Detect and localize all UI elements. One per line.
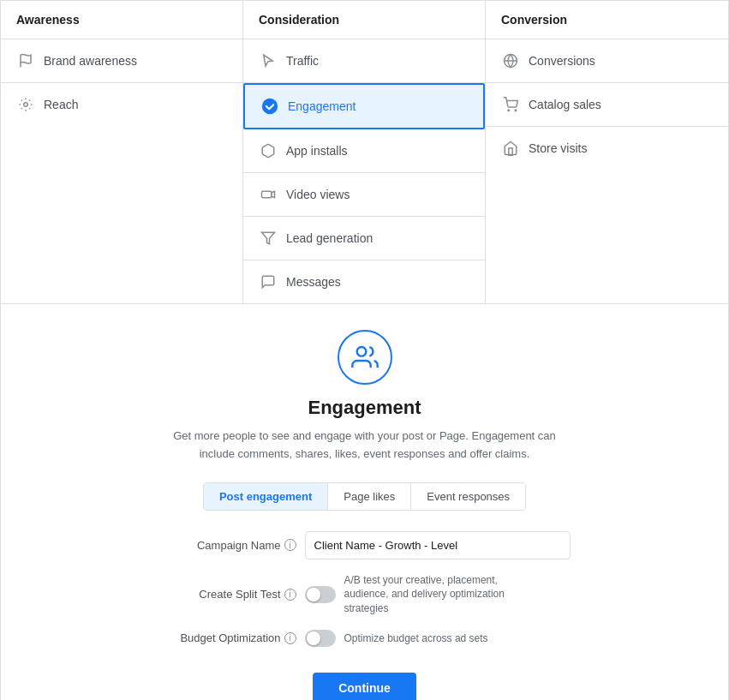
traffic-label: Traffic	[286, 54, 319, 68]
reach-icon	[16, 95, 35, 114]
traffic-item[interactable]: Traffic	[243, 39, 485, 83]
sub-tabs: Post engagement Page likes Event respons…	[203, 482, 526, 511]
reach-label: Reach	[44, 98, 78, 111]
svg-point-18	[356, 347, 366, 356]
campaign-name-row: Campaign Name i	[159, 531, 571, 559]
svg-point-1	[24, 103, 28, 107]
brand-awareness-item[interactable]: Brand awareness	[1, 39, 242, 83]
continue-button[interactable]: Continue	[313, 673, 416, 700]
svg-line-8	[29, 100, 30, 101]
messages-item[interactable]: Messages	[243, 260, 485, 303]
split-test-label: Create Split Test i	[159, 588, 296, 601]
app-installs-label: App installs	[286, 144, 348, 158]
campaign-name-input[interactable]	[305, 531, 571, 559]
svg-line-7	[29, 108, 30, 109]
campaign-form: Campaign Name i Create Split Test i A/B …	[142, 531, 588, 661]
engagement-circle-icon	[338, 330, 392, 385]
flag-icon	[16, 51, 35, 70]
svg-line-9	[21, 108, 22, 109]
messages-label: Messages	[286, 275, 341, 289]
app-installs-item[interactable]: App installs	[243, 129, 485, 173]
store-visits-item[interactable]: Store visits	[486, 127, 728, 170]
messages-icon	[259, 272, 278, 291]
campaign-name-info-icon[interactable]: i	[284, 539, 296, 551]
lead-icon	[259, 229, 278, 248]
budget-label: Budget Optimization i	[159, 631, 296, 644]
event-responses-tab[interactable]: Event responses	[411, 483, 525, 510]
page-likes-tab[interactable]: Page likes	[328, 483, 411, 510]
catalog-sales-label: Catalog sales	[529, 98, 601, 111]
app-icon	[259, 141, 278, 160]
awareness-header: Awareness	[1, 1, 242, 39]
svg-marker-12	[262, 232, 275, 244]
objective-grid: Awareness Brand awareness	[1, 1, 728, 304]
conversion-column: Conversion Conversions	[486, 1, 728, 303]
awareness-column: Awareness Brand awareness	[1, 1, 243, 303]
post-engagement-tab[interactable]: Post engagement	[204, 483, 328, 510]
budget-row: Budget Optimization i Optimize budget ac…	[159, 630, 571, 647]
budget-info-icon[interactable]: i	[284, 632, 296, 644]
cursor-icon	[259, 51, 278, 70]
engagement-check-icon	[260, 97, 279, 116]
budget-toggle[interactable]	[305, 630, 336, 647]
selected-objective-section: Engagement Get more people to see and en…	[1, 304, 728, 700]
store-icon	[501, 139, 520, 158]
engagement-label: Engagement	[288, 99, 356, 113]
consideration-header: Consideration	[243, 1, 485, 39]
split-test-row: Create Split Test i A/B test your creati…	[159, 573, 571, 616]
conversion-header: Conversion	[486, 1, 728, 39]
svg-point-16	[515, 110, 517, 111]
engagement-title: Engagement	[308, 397, 421, 419]
globe-icon	[501, 51, 520, 70]
svg-line-6	[21, 100, 22, 101]
split-test-note: A/B test your creative, placement, audie…	[344, 573, 516, 616]
brand-awareness-label: Brand awareness	[44, 54, 137, 68]
store-visits-label: Store visits	[529, 141, 587, 155]
reach-item[interactable]: Reach	[1, 83, 242, 126]
engagement-description: Get more people to see and engage with y…	[168, 428, 562, 464]
budget-note: Optimize budget across ad sets	[344, 631, 488, 646]
main-container: Awareness Brand awareness	[0, 0, 729, 700]
svg-point-15	[508, 110, 510, 111]
video-views-label: Video views	[286, 188, 350, 201]
conversions-label: Conversions	[529, 54, 595, 68]
consideration-column: Consideration Traffic Engagement	[243, 1, 486, 303]
svg-rect-11	[262, 191, 272, 198]
svg-point-10	[262, 99, 278, 114]
lead-gen-item[interactable]: Lead generation	[243, 217, 485, 260]
video-views-item[interactable]: Video views	[243, 173, 485, 217]
engagement-item[interactable]: Engagement	[243, 83, 485, 129]
catalog-sales-item[interactable]: Catalog sales	[486, 83, 728, 127]
video-icon	[259, 185, 278, 204]
campaign-name-label: Campaign Name i	[159, 539, 296, 552]
lead-gen-label: Lead generation	[286, 231, 373, 245]
split-test-info-icon[interactable]: i	[284, 589, 296, 601]
conversions-item[interactable]: Conversions	[486, 39, 728, 83]
catalog-icon	[501, 95, 520, 114]
split-test-toggle[interactable]	[305, 586, 336, 603]
